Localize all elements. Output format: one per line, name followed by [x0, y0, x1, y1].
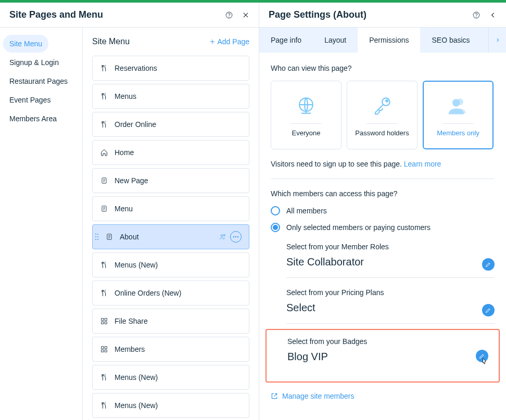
tabs-scroll-right-button[interactable]	[488, 28, 506, 53]
nav-item-event-pages[interactable]: Event Pages	[3, 91, 57, 109]
page-label: Members	[115, 345, 145, 353]
edit-roles-button[interactable]	[482, 258, 495, 271]
nav-sidebar: Site MenuSignup & LoginRestaurant PagesE…	[0, 28, 82, 420]
fork-icon	[100, 401, 108, 410]
page-label: Menus (New)	[115, 373, 158, 381]
page-label: Menu	[115, 205, 133, 213]
fork-icon	[100, 92, 108, 100]
page-label: About	[120, 233, 139, 241]
close-icon[interactable]	[242, 11, 249, 19]
tab-page-info[interactable]: Page info	[259, 28, 313, 53]
svg-point-1	[229, 17, 230, 17]
page-row[interactable]: New Page	[92, 168, 249, 193]
fork-icon	[100, 120, 108, 129]
svg-rect-16	[102, 319, 104, 321]
more-actions-button[interactable]	[230, 231, 242, 243]
page-row[interactable]: Menus	[92, 84, 249, 109]
roles-value: Site Collaborator	[286, 256, 495, 268]
settings-title: Page Settings (About)	[269, 9, 366, 20]
svg-point-13	[233, 236, 234, 237]
page-row[interactable]: Menus (New)	[92, 252, 249, 277]
page-label: File Share	[115, 317, 148, 325]
which-members-label: Which members can access this page?	[271, 189, 495, 198]
cursor-icon	[479, 357, 489, 367]
fork-icon	[100, 373, 108, 381]
visibility-card-members-only[interactable]: Members only	[423, 81, 494, 149]
page-row[interactable]: Members	[92, 337, 249, 362]
radio-icon	[271, 223, 280, 232]
svg-point-4	[95, 234, 96, 235]
page-row[interactable]: Menus (New)	[92, 365, 249, 390]
svg-point-6	[95, 236, 96, 237]
nav-item-signup-login[interactable]: Signup & Login	[3, 54, 65, 71]
svg-point-9	[97, 239, 98, 240]
radio-label: Only selected members or paying customer…	[286, 223, 431, 232]
page-row[interactable]: Home	[92, 140, 249, 165]
fork-icon	[100, 289, 108, 297]
manage-members-link[interactable]: Manage site members	[271, 392, 495, 400]
page-label: Home	[115, 148, 134, 157]
page-label: Menus (New)	[115, 261, 158, 269]
page-label: Online Orders (New)	[115, 289, 181, 297]
members-icon	[219, 233, 227, 240]
member-roles-block: Select from your Member Roles Site Colla…	[271, 243, 495, 278]
svg-point-15	[237, 236, 238, 237]
svg-point-11	[221, 235, 223, 237]
left-panel-header: Site Pages and Menu	[0, 3, 259, 28]
page-icon	[105, 233, 113, 241]
badges-label: Select from your Badges	[287, 337, 492, 346]
plans-value: Select	[286, 302, 495, 314]
tab-seo-basics[interactable]: SEO basics	[420, 28, 481, 53]
page-label: Menus (New)	[115, 401, 158, 410]
page-icon	[100, 176, 108, 185]
pricing-plans-block: Select from your Pricing Plans Select	[271, 288, 495, 324]
drag-handle-icon[interactable]	[95, 233, 99, 240]
svg-point-8	[95, 239, 96, 240]
radio-option[interactable]: Only selected members or paying customer…	[271, 223, 495, 232]
svg-point-7	[97, 236, 98, 237]
page-row[interactable]: About	[92, 224, 249, 249]
settings-tabs: Page infoLayoutPermissionsSEO basics	[259, 28, 506, 53]
page-row[interactable]: Menu	[92, 196, 249, 221]
nav-item-members-area[interactable]: Members Area	[3, 110, 63, 128]
page-row[interactable]: File Share	[92, 309, 249, 334]
learn-more-link[interactable]: Learn more	[404, 160, 441, 168]
add-page-button[interactable]: Add Page	[209, 37, 250, 46]
svg-rect-21	[105, 347, 107, 349]
tab-layout[interactable]: Layout	[313, 28, 358, 53]
page-settings-panel: Page Settings (About) Page infoLayoutPer…	[259, 3, 506, 420]
page-row[interactable]: Menus (New)	[92, 393, 249, 418]
visibility-card-password-holders[interactable]: Password holders	[347, 81, 418, 149]
fork-icon	[100, 64, 108, 72]
plans-label: Select from your Pricing Plans	[286, 288, 495, 297]
help-icon[interactable]	[225, 11, 233, 19]
grid-icon	[100, 346, 108, 353]
people-icon	[447, 93, 470, 118]
nav-item-restaurant-pages[interactable]: Restaurant Pages	[3, 72, 74, 90]
pages-section-title: Site Menu	[92, 37, 130, 46]
nav-item-site-menu[interactable]: Site Menu	[3, 35, 48, 53]
page-row[interactable]: Reservations	[92, 56, 249, 81]
home-icon	[100, 148, 108, 157]
page-label: Menus	[115, 92, 136, 100]
site-pages-panel: Site Pages and Menu Site MenuSignup & Lo…	[0, 3, 259, 420]
page-label: Reservations	[115, 64, 157, 72]
edit-plans-button[interactable]	[482, 304, 495, 316]
signup-info: Visitors need to sign up to see this pag…	[271, 160, 495, 168]
svg-point-36	[452, 99, 460, 107]
visibility-card-everyone[interactable]: Everyone	[271, 81, 341, 149]
radio-option[interactable]: All members	[271, 206, 495, 215]
svg-point-34	[386, 100, 388, 102]
right-panel-header: Page Settings (About)	[259, 3, 506, 28]
svg-rect-20	[102, 347, 104, 349]
svg-point-5	[97, 234, 98, 235]
page-row[interactable]: Online Orders (New)	[92, 281, 249, 306]
svg-rect-22	[102, 350, 104, 352]
badges-block: Select from your Badges Blog VIP	[273, 337, 492, 363]
tab-permissions[interactable]: Permissions	[358, 28, 420, 53]
page-label: New Page	[115, 176, 148, 185]
help-icon[interactable]	[473, 11, 480, 19]
page-row[interactable]: Order Online	[92, 112, 249, 137]
back-icon[interactable]	[489, 11, 497, 19]
panel-title: Site Pages and Menu	[9, 9, 103, 20]
